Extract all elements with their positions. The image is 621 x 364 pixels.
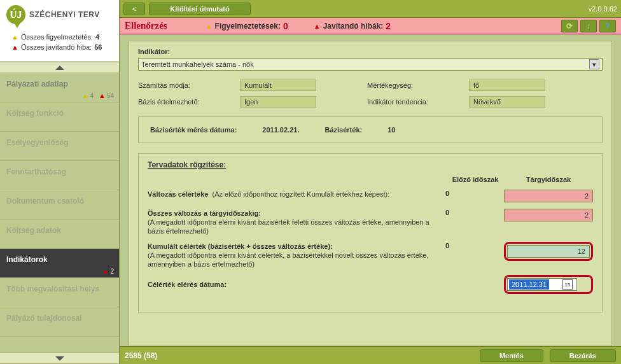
- topbar: < Kitöltési útmutató v2.0.0.62: [120, 0, 621, 18]
- main-area: < Kitöltési útmutató v2.0.0.62 Ellenőrzé…: [120, 0, 621, 364]
- base-val-value: 10: [387, 126, 395, 134]
- calc-value: Kumulált: [240, 80, 316, 91]
- save-button[interactable]: Mentés: [480, 349, 543, 362]
- sidebar-item-label: Dokumentum csatoló: [6, 197, 84, 206]
- error-icon: ▲: [99, 92, 106, 99]
- sidebar-item-label: Indikátorok: [6, 255, 48, 264]
- col-curr: Tárgyidőszak: [504, 176, 593, 183]
- footer: 2585 (58) Mentés Bezárás: [120, 346, 621, 364]
- unit-label: Mértékegység:: [367, 81, 456, 89]
- calendar-icon[interactable]: 15: [562, 279, 573, 290]
- validation-warnings: ▲ Figyelmeztetések: 0: [206, 21, 288, 31]
- sidebar-item-koltseg-funkcio[interactable]: Költség funkció: [0, 102, 119, 132]
- guide-button[interactable]: Kitöltési útmutató: [149, 3, 251, 15]
- unit-value: fő: [469, 80, 545, 91]
- validation-warn-count: 0: [283, 21, 288, 31]
- error-icon: ▲: [11, 42, 18, 52]
- close-button[interactable]: Bezárás: [550, 349, 616, 362]
- back-button[interactable]: <: [123, 3, 145, 15]
- base-interp-value: Igen: [240, 96, 316, 108]
- badge-err: 54: [107, 92, 114, 99]
- row3-prev: 0: [443, 242, 500, 249]
- target-date-input[interactable]: 2011.12.31 15: [507, 278, 577, 291]
- sidebar-item-tobb-megvalositasi[interactable]: Több megvalósítási helys: [0, 278, 119, 307]
- refresh-icon: ⟳: [566, 22, 573, 31]
- status-text: 2585 (58): [125, 351, 157, 360]
- error-icon: ▲: [314, 22, 321, 30]
- indicator-label: Indikátor:: [138, 48, 603, 55]
- chevron-down-icon: [55, 356, 64, 361]
- indicator-select[interactable]: Teremtett munkahelyek száma - nők ▾: [138, 58, 603, 71]
- row2-note: (A megadott időpontra elérni kívánt bázi…: [148, 218, 429, 235]
- highlight-ring: 2011.12.31 15: [504, 275, 593, 294]
- logo-area: ÚJ SZÉCHENYI TERV ▲ Összes figyelmezteté…: [0, 0, 119, 62]
- sidebar-item-palyazo-tulajdonosai[interactable]: Pályázó tulajdonosai: [0, 307, 119, 337]
- sidebar-item-eselyegyenloseg[interactable]: Esélyegyenlőség: [0, 132, 119, 161]
- warning-icon: ▲: [206, 22, 213, 30]
- download-button[interactable]: ↓: [580, 20, 597, 32]
- refresh-button[interactable]: ⟳: [561, 20, 578, 32]
- row3-target-input[interactable]: 12: [507, 245, 590, 258]
- plan-title: Tervadatok rögzítése:: [148, 160, 593, 169]
- highlight-ring: 12: [504, 242, 593, 261]
- version-text: v2.0.0.62: [589, 5, 617, 13]
- sidebar-item-fenntarthatosag[interactable]: Fenntarthatóság: [0, 161, 119, 190]
- badge-err: 2: [110, 268, 114, 275]
- trend-label: Indikátor tendencia:: [367, 98, 456, 106]
- trend-value: Növekvő: [469, 96, 545, 108]
- help-icon: ?: [605, 22, 610, 31]
- validation-warn-label: Figyelmeztetések:: [215, 22, 281, 31]
- summary-errors: ▲ Összes javítandó hiba: 56: [11, 42, 108, 52]
- logo-icon: ÚJ: [6, 5, 25, 24]
- base-val-label: Bázisérték:: [324, 126, 362, 134]
- sidebar-item-dokumentum-csatolo[interactable]: Dokumentum csatoló: [0, 190, 119, 220]
- warning-icon: ▲: [11, 32, 18, 42]
- sidebar-item-indikatorok[interactable]: Indikátorok ▲2: [0, 249, 119, 278]
- summary-err-label: Összes javítandó hiba:: [21, 42, 92, 52]
- summary-warnings: ▲ Összes figyelmeztetés: 4: [11, 32, 108, 42]
- base-date-label: Bázisérték mérés dátuma:: [150, 126, 237, 134]
- sidebar-item-palyazati-adatlap[interactable]: Pályázati adatlap ▲4 ▲54: [0, 73, 119, 102]
- base-panel: Bázisérték mérés dátuma: 2011.02.21. Báz…: [138, 116, 603, 143]
- row1-target-input[interactable]: 2: [504, 190, 593, 202]
- sidebar-item-koltseg-adatok[interactable]: Költség adatok: [0, 220, 119, 249]
- chevron-left-icon: <: [132, 5, 136, 13]
- download-icon: ↓: [587, 22, 590, 31]
- nav-scroll-up[interactable]: [0, 62, 119, 73]
- row4-title: Célérték elérés dátuma:: [148, 281, 227, 288]
- sidebar-item-label: Pályázati adatlap: [6, 80, 68, 88]
- target-date-value: 2011.12.31: [509, 279, 549, 290]
- validation-bar: Ellenőrzés ▲ Figyelmeztetések: 0 ▲ Javít…: [120, 18, 621, 34]
- sidebar-item-label: Több megvalósítási helys: [6, 284, 99, 293]
- nav-scroll-down[interactable]: [0, 353, 119, 364]
- base-date-value: 2011.02.21.: [262, 126, 299, 134]
- sidebar-item-label: Költség funkció: [6, 109, 64, 118]
- sidebar-item-label: Fenntarthatóság: [6, 167, 66, 176]
- plan-panel: Tervadatok rögzítése: Előző időszak Tárg…: [138, 153, 603, 312]
- help-button[interactable]: ?: [599, 20, 616, 32]
- badge-warn: 4: [90, 92, 94, 99]
- base-interp-label: Bázis értelmezhető:: [138, 98, 227, 106]
- sidebar-item-label: Esélyegyenlőség: [6, 138, 68, 147]
- summary-warn-count: 4: [95, 32, 99, 42]
- logo-text: SZÉCHENYI TERV: [29, 10, 100, 19]
- row1-note: (Az előző időponthoz rögzített Kumulált …: [213, 190, 390, 198]
- row2-title: Összes változás a tárgyidőszakig:: [148, 209, 261, 217]
- summary-err-count: 56: [94, 42, 102, 52]
- row3-note: (A megadott időpontra elérni kívánt célé…: [148, 251, 428, 268]
- row3-title: Kumulált célérték (bázisérték + összes v…: [148, 242, 333, 250]
- validation-err-count: 2: [386, 21, 391, 31]
- chevron-up-icon: [55, 66, 64, 70]
- content: Indikátor: Teremtett munkahelyek száma -…: [120, 34, 621, 346]
- warning-icon: ▲: [82, 92, 89, 99]
- nav-list: Pályázati adatlap ▲4 ▲54 Költség funkció…: [0, 73, 119, 353]
- sidebar: ÚJ SZÉCHENYI TERV ▲ Összes figyelmezteté…: [0, 0, 120, 364]
- row1-title: Változás célértéke: [148, 190, 208, 198]
- row2-target-input[interactable]: 2: [504, 209, 593, 221]
- col-prev: Előző időszak: [447, 176, 504, 183]
- summary-warn-label: Összes figyelmeztetés:: [21, 32, 93, 42]
- validation-errors: ▲ Javítandó hibák: 2: [314, 21, 391, 31]
- row1-prev: 0: [443, 190, 500, 197]
- sidebar-item-label: Pályázó tulajdonosai: [6, 314, 82, 323]
- sidebar-item-label: Költség adatok: [6, 226, 61, 235]
